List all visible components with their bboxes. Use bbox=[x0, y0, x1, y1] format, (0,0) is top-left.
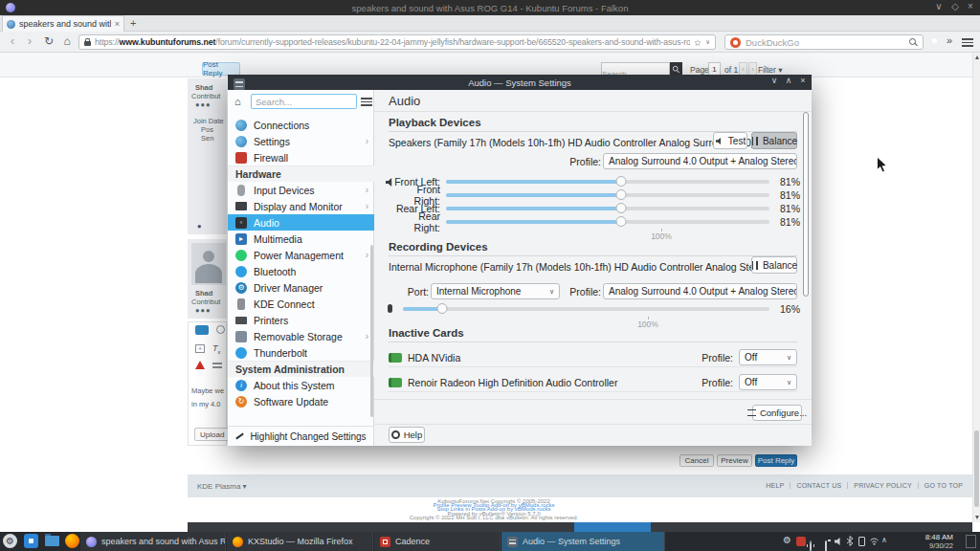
discover-icon[interactable] bbox=[24, 534, 38, 548]
settings-maximize-button[interactable]: ∧ bbox=[782, 76, 795, 85]
tab-close-icon[interactable]: × bbox=[115, 19, 120, 29]
browser-tab[interactable]: speakers and sound with As... × bbox=[2, 15, 124, 32]
web-search-input[interactable] bbox=[746, 37, 904, 48]
tray-expand-icon[interactable]: ∧ bbox=[881, 535, 887, 545]
task-cadence[interactable]: Cadence bbox=[374, 532, 501, 551]
sidebar-item-input-devices[interactable]: Input Devices› bbox=[228, 182, 374, 198]
search-icon[interactable] bbox=[909, 38, 918, 47]
footer-link-help[interactable]: HELP bbox=[760, 482, 784, 489]
front-left-slider[interactable] bbox=[446, 180, 769, 184]
help-button[interactable]: Help bbox=[389, 427, 425, 443]
theme-select[interactable]: KDE Plasma ▾ bbox=[197, 482, 247, 491]
cancel-button[interactable]: Cancel bbox=[679, 454, 714, 467]
insert-image-icon[interactable]: + bbox=[195, 344, 205, 353]
tray-volume-icon[interactable] bbox=[835, 538, 843, 545]
paperclip-icon[interactable] bbox=[216, 325, 225, 334]
browser-maximize-button[interactable]: ◇ bbox=[948, 1, 962, 11]
slider-handle[interactable] bbox=[615, 216, 626, 227]
settings-search-input[interactable] bbox=[256, 97, 352, 107]
sidebar-item-display[interactable]: Display and Monitor› bbox=[228, 198, 374, 214]
tray-cadence-icon[interactable] bbox=[796, 537, 806, 546]
forward-icon[interactable]: › bbox=[23, 34, 36, 48]
file-manager-icon[interactable] bbox=[45, 536, 59, 546]
tray-device-icon[interactable] bbox=[858, 537, 865, 546]
scroll-up-icon[interactable] bbox=[975, 55, 979, 59]
home-icon[interactable]: ⌂ bbox=[60, 34, 74, 48]
url-bar[interactable]: https://www.kubuntuforums.net/forum/curr… bbox=[78, 34, 716, 50]
settings-close-button[interactable]: × bbox=[796, 76, 810, 85]
slider-handle[interactable] bbox=[615, 189, 626, 200]
sidebar-item-about[interactable]: iAbout this System bbox=[228, 377, 374, 393]
firefox-icon[interactable] bbox=[65, 534, 79, 548]
settings-titlebar[interactable]: Audio — System Settings ∨ ∧ × bbox=[228, 75, 812, 90]
browser-close-button[interactable]: × bbox=[964, 1, 977, 11]
filter-dropdown[interactable]: Filter ▾ bbox=[758, 65, 783, 75]
sidebar-item-kde-connect[interactable]: KDE Connect bbox=[228, 296, 374, 312]
show-desktop-button[interactable] bbox=[966, 535, 976, 548]
tray-wifi-icon[interactable] bbox=[869, 537, 880, 547]
card-profile-select[interactable]: Off∨ bbox=[739, 374, 797, 390]
browser-minimize-button[interactable]: ∨ bbox=[932, 1, 946, 11]
settings-search-field[interactable] bbox=[251, 94, 357, 109]
tray-gear-icon[interactable]: ⚙ bbox=[783, 535, 791, 545]
back-icon[interactable]: ‹ bbox=[6, 34, 19, 48]
remove-format-icon[interactable]: Tx bbox=[212, 343, 221, 355]
sidebar-menu-icon[interactable] bbox=[361, 98, 372, 106]
task-firefox[interactable]: KXStudio — Mozilla Firefox bbox=[227, 532, 373, 551]
tray-bluetooth-icon[interactable] bbox=[846, 536, 854, 548]
new-tab-button[interactable]: + bbox=[130, 17, 136, 29]
bookmark-caret-icon[interactable]: ∨ bbox=[705, 38, 710, 46]
sidebar-item-thunderbolt[interactable]: Thunderbolt bbox=[228, 344, 374, 361]
task-system-settings[interactable]: Audio — System Settings bbox=[501, 532, 665, 551]
card-profile-select[interactable]: Off∨ bbox=[739, 349, 797, 365]
settings-minimize-button[interactable]: ∨ bbox=[768, 76, 781, 85]
scroll-thumb[interactable] bbox=[974, 430, 979, 507]
sidebar-item-settings[interactable]: Settings› bbox=[228, 133, 374, 149]
sidebar-item-driver-manager[interactable]: ⚙Driver Manager bbox=[228, 279, 374, 296]
sidebar-item-bluetooth[interactable]: Bluetooth bbox=[228, 263, 374, 279]
footer-link-contact[interactable]: CONTACT US bbox=[790, 482, 841, 489]
clock[interactable]: 8:48 AM 9/30/22 bbox=[894, 533, 953, 550]
slider-handle[interactable] bbox=[436, 303, 447, 314]
highlight-changed-settings-button[interactable]: Highlight Changed Settings bbox=[228, 428, 374, 445]
browser-menu-icon[interactable] bbox=[962, 38, 973, 47]
front-right-slider[interactable] bbox=[446, 193, 769, 197]
sidebar-item-software-update[interactable]: ↻Software Update bbox=[228, 393, 374, 409]
sidebar-scrollbar[interactable] bbox=[370, 245, 373, 417]
mic-balance-button[interactable]: Balance bbox=[751, 256, 797, 274]
sidebar-item-removable-storage[interactable]: Removable Storage› bbox=[228, 328, 374, 344]
playback-profile-select[interactable]: Analog Surround 4.0 Output + Analog Ster… bbox=[603, 153, 797, 169]
content-scrollbar[interactable] bbox=[803, 112, 809, 297]
task-falkon[interactable]: speakers and sound with Asus ROG... bbox=[80, 532, 226, 551]
test-button[interactable]: Test bbox=[713, 132, 747, 149]
preview-button[interactable]: Preview bbox=[717, 454, 752, 467]
scroll-down-icon[interactable] bbox=[975, 516, 979, 519]
balance-button[interactable]: Balance bbox=[751, 132, 797, 149]
web-search-box[interactable] bbox=[724, 34, 924, 50]
slider-handle[interactable] bbox=[615, 203, 626, 213]
home-icon[interactable]: ⌂ bbox=[234, 96, 241, 107]
footer-link-top[interactable]: GO TO TOP bbox=[918, 482, 963, 489]
reload-icon[interactable]: ↻ bbox=[42, 34, 56, 48]
sidebar-item-audio[interactable]: ◦Audio bbox=[228, 214, 374, 231]
tray-clipboard-icon[interactable] bbox=[825, 540, 827, 551]
recording-profile-select[interactable]: Analog Surround 4.0 Output + Analog Ster… bbox=[603, 283, 797, 299]
sidebar-item-power[interactable]: Power Management› bbox=[228, 247, 374, 263]
rear-right-slider[interactable] bbox=[446, 220, 769, 224]
post-reply-button[interactable]: Post Reply bbox=[755, 454, 797, 467]
page-scrollbar[interactable] bbox=[972, 53, 980, 522]
sidebar-item-firewall[interactable]: Firewall bbox=[228, 149, 374, 165]
sidebar-item-connections[interactable]: Connections bbox=[228, 117, 374, 133]
sidebar-item-multimedia[interactable]: ▸Multimedia bbox=[228, 231, 374, 247]
camera-icon[interactable] bbox=[195, 325, 209, 335]
bookmark-star-icon[interactable]: ☆ bbox=[694, 37, 702, 48]
extensions-chevrons-icon[interactable]: » bbox=[947, 34, 952, 46]
rear-left-slider[interactable] bbox=[446, 207, 769, 210]
slider-handle[interactable] bbox=[615, 176, 626, 187]
configure-button[interactable]: Configure... bbox=[752, 405, 802, 421]
tray-media-icon[interactable] bbox=[810, 540, 812, 551]
upload-button[interactable]: Upload bbox=[194, 428, 233, 441]
warning-icon[interactable] bbox=[195, 361, 205, 369]
mic-volume-slider[interactable] bbox=[403, 307, 769, 311]
table-icon[interactable] bbox=[212, 363, 222, 368]
